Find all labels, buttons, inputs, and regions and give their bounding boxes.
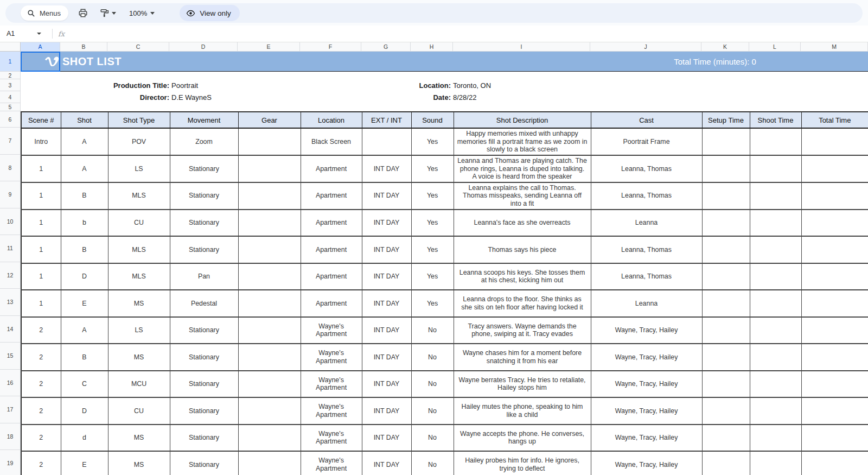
cell-sound[interactable]: No [411, 425, 454, 452]
cell-setup-time[interactable] [702, 371, 750, 398]
cell-sound[interactable]: No [411, 317, 454, 344]
cell-sound[interactable]: No [411, 371, 454, 398]
location-label-cell[interactable]: Location: [343, 81, 451, 90]
cell-description[interactable]: Leanna explains the call to Thomas. Thom… [454, 182, 591, 210]
cell-sound[interactable]: No [411, 451, 454, 475]
cell-total-time[interactable] [801, 236, 868, 263]
row-header-7[interactable]: 7 [0, 128, 21, 155]
cell-cast[interactable]: Leanna, Thomas [591, 236, 702, 263]
header-sound[interactable]: Sound [411, 112, 454, 128]
director-value-cell[interactable]: D.E WayneS [169, 93, 343, 102]
cell-sound[interactable]: Yes [411, 182, 454, 210]
cell-setup-time[interactable] [702, 344, 750, 371]
director-label-cell[interactable]: Director: [21, 93, 169, 102]
cell-total-time[interactable] [801, 263, 868, 290]
cell-cast[interactable]: Wayne, Tracy, Hailey [591, 425, 702, 452]
cell-shot[interactable]: A [61, 317, 108, 344]
cell-description[interactable]: Happy memories mixed with unhappy memori… [454, 128, 591, 155]
cell-shot-type[interactable]: MS [108, 290, 170, 317]
date-value-cell[interactable]: 8/28/22 [451, 93, 476, 102]
cell-total-time[interactable] [801, 128, 868, 155]
cell-scene[interactable]: 2 [21, 397, 61, 425]
header-scene[interactable]: Scene # [21, 112, 61, 128]
cell-gear[interactable] [238, 344, 301, 371]
cell-shot-type[interactable]: MCU [108, 371, 170, 398]
header-shot[interactable]: Shot [61, 112, 108, 128]
title-banner-cell[interactable]: SHOT LIST Total Time (minutes): 0 [21, 52, 868, 72]
column-header-B[interactable]: B [60, 42, 107, 52]
cell-ext-int[interactable]: INT DAY [362, 371, 411, 398]
view-only-button[interactable]: View only [180, 5, 240, 21]
cell-total-time[interactable] [801, 290, 868, 317]
row-header-11[interactable]: 11 [0, 235, 21, 262]
cell-gear[interactable] [238, 397, 301, 425]
cell-sound[interactable]: Yes [411, 263, 454, 290]
cell-movement[interactable]: Stationary [170, 182, 238, 210]
cell-gear[interactable] [238, 210, 301, 237]
cell-shoot-time[interactable] [750, 236, 801, 263]
empty-row-5[interactable] [21, 103, 868, 111]
cell-location[interactable]: Wayne's Apartment [301, 397, 362, 425]
production-title-value-cell[interactable]: Poortrait [169, 81, 343, 90]
row-header-19[interactable]: 19 [0, 450, 21, 475]
cell-total-time[interactable] [801, 425, 868, 452]
production-title-label-cell[interactable]: Production Title: [21, 81, 169, 90]
cell-sound[interactable]: Yes [411, 236, 454, 263]
column-header-E[interactable]: E [238, 42, 300, 52]
cell-location[interactable]: Apartment [301, 236, 362, 263]
header-setup-time[interactable]: Setup Time [702, 112, 750, 128]
zoom-control[interactable]: 100% [126, 7, 158, 20]
cell-shoot-time[interactable] [750, 397, 801, 425]
cell-location[interactable]: Apartment [301, 155, 362, 182]
row-header-5[interactable]: 5 [0, 103, 21, 111]
cell-scene[interactable]: Intro [21, 128, 61, 155]
cell-cast[interactable]: Wayne, Tracy, Hailey [591, 344, 702, 371]
cell-description[interactable]: Wayne chases him for a moment before sna… [454, 344, 591, 371]
cell-ext-int[interactable]: INT DAY [362, 317, 411, 344]
cell-shot-type[interactable]: MLS [108, 182, 170, 210]
cell-location[interactable]: Wayne's Apartment [301, 425, 362, 452]
cell-ext-int[interactable]: INT DAY [362, 451, 411, 475]
cell-shoot-time[interactable] [750, 425, 801, 452]
cell-shot[interactable]: D [61, 263, 108, 290]
cell-shot-type[interactable]: CU [108, 397, 170, 425]
cell-total-time[interactable] [801, 210, 868, 237]
header-movement[interactable]: Movement [170, 112, 238, 128]
column-header-A[interactable]: A [21, 42, 60, 52]
cell-gear[interactable] [238, 128, 301, 155]
cell-ext-int[interactable]: INT DAY [362, 290, 411, 317]
cell-location[interactable]: Wayne's Apartment [301, 451, 362, 475]
cell-shoot-time[interactable] [750, 451, 801, 475]
cell-sound[interactable]: No [411, 397, 454, 425]
header-ext-int[interactable]: EXT / INT [362, 112, 411, 128]
cell-movement[interactable]: Stationary [170, 210, 238, 237]
row-header-14[interactable]: 14 [0, 316, 21, 343]
date-label-cell[interactable]: Date: [343, 93, 451, 102]
cell-cast[interactable]: Wayne, Tracy, Hailey [591, 371, 702, 398]
cell-scene[interactable]: 1 [21, 263, 61, 290]
cell-setup-time[interactable] [702, 263, 750, 290]
cell-shot[interactable]: A [61, 155, 108, 182]
cell-location[interactable]: Apartment [301, 182, 362, 210]
cell-description[interactable]: Wayne berrates Tracy. He tries to retali… [454, 371, 591, 398]
cell-cast[interactable]: Wayne, Tracy, Hailey [591, 317, 702, 344]
cell-description[interactable]: Tracy answers. Wayne demands the phone, … [454, 317, 591, 344]
cell-location[interactable]: Apartment [301, 210, 362, 237]
column-header-I[interactable]: I [453, 42, 590, 52]
cell-shoot-time[interactable] [750, 344, 801, 371]
cell-movement[interactable]: Stationary [170, 317, 238, 344]
cell-setup-time[interactable] [702, 425, 750, 452]
cell-location[interactable]: Black Screen [301, 128, 362, 155]
cell-movement[interactable]: Pan [170, 263, 238, 290]
cell-location[interactable]: Apartment [301, 263, 362, 290]
cell-movement[interactable]: Stationary [170, 425, 238, 452]
cell-scene[interactable]: 1 [21, 182, 61, 210]
cell-description[interactable]: Leanna drops to the floor. She thinks as… [454, 290, 591, 317]
print-button[interactable] [76, 6, 90, 20]
cell-sound[interactable]: Yes [411, 210, 454, 237]
row-header-10[interactable]: 10 [0, 208, 21, 236]
cell-shot[interactable]: A [61, 128, 108, 155]
cell-cast[interactable]: Leanna, Thomas [591, 155, 702, 182]
cell-gear[interactable] [238, 263, 301, 290]
row-header-3[interactable]: 3 [0, 79, 21, 91]
